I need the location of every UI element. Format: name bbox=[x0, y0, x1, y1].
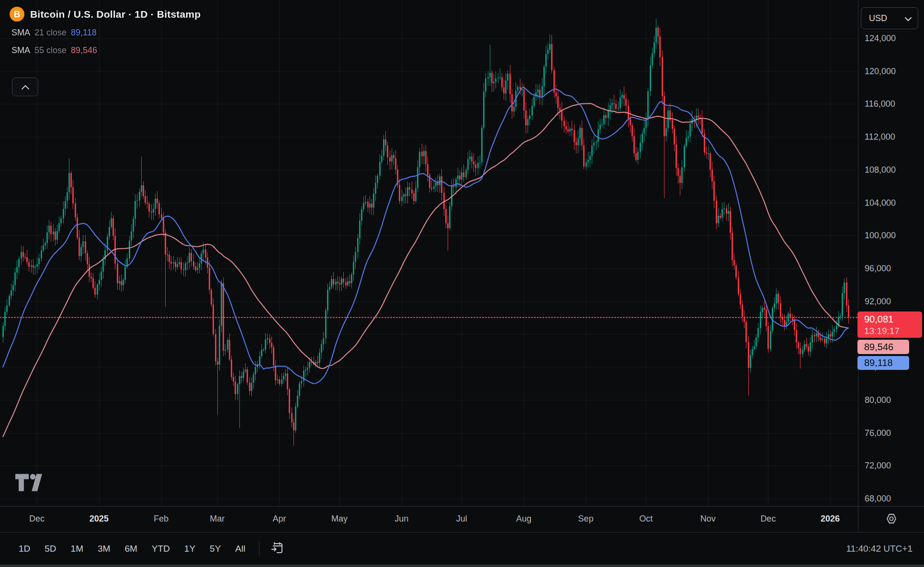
bitcoin-icon: B bbox=[10, 7, 24, 22]
price-tick-label: 108,000 bbox=[865, 165, 896, 175]
tradingview-chart-app: B Bitcoin / U.S. Dollar · 1D · Bitstamp … bbox=[0, 0, 924, 567]
range-button-1d[interactable]: 1D bbox=[12, 540, 36, 557]
price-tick-label: 76,000 bbox=[865, 428, 891, 438]
currency-value: USD bbox=[869, 13, 887, 23]
range-button-5d[interactable]: 5D bbox=[38, 540, 62, 557]
price-tick-label: 100,000 bbox=[865, 230, 896, 241]
price-tick-label: 124,000 bbox=[865, 33, 896, 44]
price-tick-label: 116,000 bbox=[865, 99, 895, 109]
time-tick-label: Jun bbox=[380, 512, 423, 525]
range-button-all[interactable]: All bbox=[229, 540, 251, 557]
range-button-5y[interactable]: 5Y bbox=[203, 540, 227, 557]
price-tick-label: 112,000 bbox=[865, 132, 895, 142]
time-tick-label: Sep bbox=[564, 512, 608, 525]
range-buttons-group: 1D5D1M3M6MYTD1Y5YAll bbox=[12, 540, 251, 557]
toolbar-divider bbox=[259, 542, 259, 556]
range-button-ytd[interactable]: YTD bbox=[146, 540, 176, 557]
sma21-price-label: 89,118 bbox=[857, 356, 909, 370]
time-tick-label: Mar bbox=[196, 512, 239, 525]
range-button-3m[interactable]: 3M bbox=[91, 540, 116, 557]
price-tick-label: 104,000 bbox=[865, 198, 896, 208]
settings-gear-button[interactable] bbox=[883, 511, 900, 528]
collapse-legend-button[interactable] bbox=[12, 78, 38, 96]
calendar-arrow-icon bbox=[270, 541, 284, 556]
range-button-1m[interactable]: 1M bbox=[65, 540, 90, 557]
time-tick-label: Dec bbox=[746, 512, 789, 525]
time-tick-label: Dec bbox=[15, 512, 58, 525]
currency-selector[interactable]: USD bbox=[861, 7, 918, 29]
price-tick-label: 80,000 bbox=[865, 395, 891, 405]
last-price-label: 90,081 13:19:17 bbox=[857, 311, 922, 338]
indicator-params: 55 close bbox=[34, 45, 67, 56]
price-chart-canvas[interactable] bbox=[0, 0, 858, 506]
time-tick-label: May bbox=[318, 512, 361, 525]
bar-close-countdown: 13:19:17 bbox=[864, 325, 922, 336]
time-tick-label: 2025 bbox=[78, 512, 121, 525]
range-button-6m[interactable]: 6M bbox=[118, 540, 143, 557]
time-tick-label: Aug bbox=[502, 512, 545, 525]
time-tick-label: Nov bbox=[687, 512, 730, 525]
price-tick-label: 96,000 bbox=[865, 263, 891, 274]
window-bottom-strip bbox=[0, 565, 924, 567]
tradingview-logo[interactable] bbox=[15, 474, 42, 493]
time-tick-label: Oct bbox=[624, 512, 667, 525]
sma55-price-label: 89,546 bbox=[857, 340, 909, 354]
time-tick-label: 2026 bbox=[809, 512, 852, 525]
price-tick-label: 68,000 bbox=[865, 493, 891, 504]
indicator-name: SMA bbox=[11, 28, 30, 38]
chevron-down-icon bbox=[905, 13, 912, 23]
legend-sma55-row[interactable]: SMA 55 close 89,546 bbox=[11, 45, 97, 56]
go-to-date-button[interactable] bbox=[267, 540, 287, 558]
indicator-value: 89,118 bbox=[71, 28, 97, 38]
time-axis-pane[interactable]: Dec2025FebMarAprMayJunJulAugSepOctNovDec… bbox=[0, 507, 924, 532]
range-button-1y[interactable]: 1Y bbox=[178, 540, 202, 557]
time-tick-label: Jul bbox=[440, 512, 483, 525]
indicator-value: 89,546 bbox=[71, 45, 97, 56]
bottom-toolbar: 1D5D1M3M6MYTD1Y5YAll 11:40:42 UTC+1 bbox=[0, 533, 924, 565]
indicator-name: SMA bbox=[11, 45, 30, 56]
price-tick-label: 72,000 bbox=[865, 460, 891, 471]
legend-sma21-row[interactable]: SMA 21 close 89,118 bbox=[11, 28, 97, 38]
time-tick-label: Feb bbox=[140, 512, 183, 525]
chevron-up-icon bbox=[22, 83, 29, 91]
chart-header: B Bitcoin / U.S. Dollar · 1D · Bitstamp bbox=[10, 7, 201, 22]
time-tick-label: Apr bbox=[258, 512, 301, 525]
clock[interactable]: 11:40:42 UTC+1 bbox=[846, 544, 913, 554]
last-price-value: 90,081 bbox=[864, 313, 922, 325]
indicator-params: 21 close bbox=[34, 28, 67, 38]
symbol-title[interactable]: Bitcoin / U.S. Dollar · 1D · Bitstamp bbox=[30, 9, 201, 20]
price-tick-label: 92,000 bbox=[865, 296, 891, 307]
gear-icon bbox=[885, 512, 898, 527]
price-tick-label: 120,000 bbox=[865, 66, 896, 77]
price-axis-pane[interactable]: 124,000120,000116,000112,000108,000104,0… bbox=[858, 0, 924, 506]
